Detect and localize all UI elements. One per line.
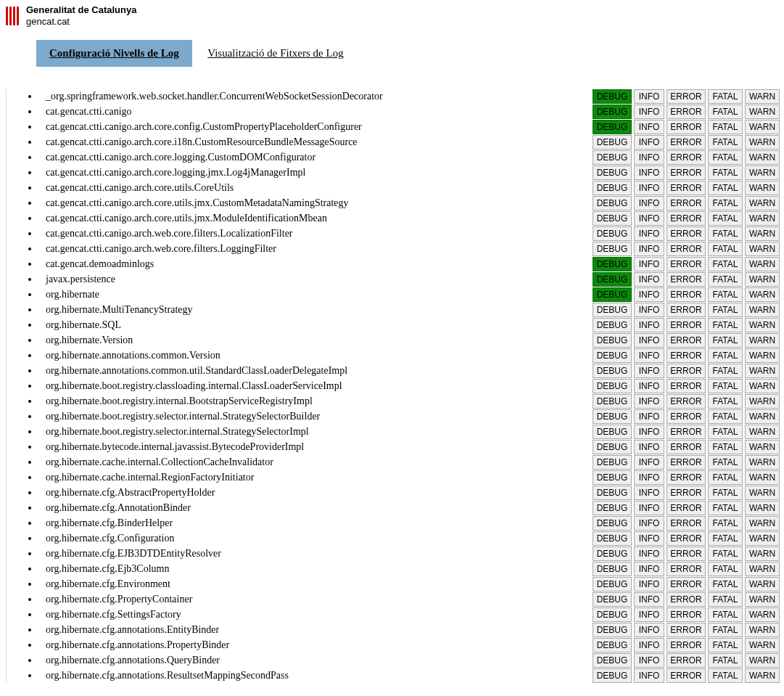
level-button-info[interactable]: INFO [634, 470, 664, 485]
level-button-info[interactable]: INFO [634, 272, 664, 287]
level-button-warn[interactable]: WARN [745, 546, 780, 561]
level-button-error[interactable]: ERROR [667, 516, 706, 531]
level-button-error[interactable]: ERROR [667, 211, 706, 226]
level-button-fatal[interactable]: FATAL [708, 562, 743, 576]
level-button-fatal[interactable]: FATAL [708, 531, 743, 546]
level-button-debug[interactable]: DEBUG [593, 150, 632, 165]
level-button-error[interactable]: ERROR [667, 607, 706, 622]
level-button-fatal[interactable]: FATAL [708, 272, 743, 287]
level-button-error[interactable]: ERROR [667, 135, 706, 150]
level-button-debug[interactable]: DEBUG [593, 379, 632, 393]
level-button-fatal[interactable]: FATAL [708, 196, 743, 210]
level-button-warn[interactable]: WARN [745, 333, 780, 348]
level-button-info[interactable]: INFO [634, 287, 664, 302]
level-button-error[interactable]: ERROR [667, 303, 706, 317]
level-button-fatal[interactable]: FATAL [708, 303, 743, 317]
level-button-info[interactable]: INFO [634, 181, 664, 195]
level-button-error[interactable]: ERROR [667, 120, 706, 134]
level-button-info[interactable]: INFO [634, 425, 664, 439]
level-button-debug[interactable]: DEBUG [593, 425, 632, 439]
level-button-error[interactable]: ERROR [667, 272, 706, 287]
level-button-warn[interactable]: WARN [745, 120, 780, 134]
level-button-error[interactable]: ERROR [667, 455, 706, 470]
level-button-error[interactable]: ERROR [667, 486, 706, 500]
level-button-fatal[interactable]: FATAL [708, 135, 743, 150]
level-button-debug[interactable]: DEBUG [593, 546, 632, 561]
level-button-warn[interactable]: WARN [745, 135, 780, 150]
level-button-error[interactable]: ERROR [667, 546, 706, 561]
level-button-error[interactable]: ERROR [667, 226, 706, 241]
level-button-error[interactable]: ERROR [667, 318, 706, 332]
level-button-warn[interactable]: WARN [745, 379, 780, 393]
level-button-debug[interactable]: DEBUG [593, 196, 632, 210]
level-button-debug[interactable]: DEBUG [593, 638, 632, 652]
level-button-debug[interactable]: DEBUG [593, 486, 632, 500]
level-button-warn[interactable]: WARN [745, 577, 780, 591]
level-button-info[interactable]: INFO [634, 135, 664, 150]
level-button-warn[interactable]: WARN [745, 196, 780, 210]
level-button-debug[interactable]: DEBUG [593, 394, 632, 409]
level-button-warn[interactable]: WARN [745, 607, 780, 622]
level-button-warn[interactable]: WARN [745, 501, 780, 515]
level-button-warn[interactable]: WARN [745, 562, 780, 576]
level-button-info[interactable]: INFO [634, 379, 664, 393]
level-button-fatal[interactable]: FATAL [708, 409, 743, 424]
level-button-error[interactable]: ERROR [667, 242, 706, 256]
level-button-info[interactable]: INFO [634, 89, 664, 104]
level-button-debug[interactable]: DEBUG [593, 455, 632, 470]
level-button-debug[interactable]: DEBUG [593, 409, 632, 424]
level-button-error[interactable]: ERROR [667, 165, 706, 180]
level-button-warn[interactable]: WARN [745, 303, 780, 317]
level-button-debug[interactable]: DEBUG [593, 592, 632, 607]
level-button-info[interactable]: INFO [634, 562, 664, 576]
level-button-fatal[interactable]: FATAL [708, 226, 743, 241]
level-button-info[interactable]: INFO [634, 318, 664, 332]
level-button-info[interactable]: INFO [634, 226, 664, 241]
level-button-warn[interactable]: WARN [745, 668, 780, 683]
level-button-info[interactable]: INFO [634, 638, 664, 652]
level-button-debug[interactable]: DEBUG [593, 226, 632, 241]
level-button-error[interactable]: ERROR [667, 394, 706, 409]
level-button-error[interactable]: ERROR [667, 623, 706, 637]
level-button-debug[interactable]: DEBUG [593, 181, 632, 195]
level-button-info[interactable]: INFO [634, 105, 664, 119]
level-button-error[interactable]: ERROR [667, 592, 706, 607]
level-button-info[interactable]: INFO [634, 165, 664, 180]
level-button-fatal[interactable]: FATAL [708, 89, 743, 104]
level-button-info[interactable]: INFO [634, 546, 664, 561]
level-button-debug[interactable]: DEBUG [593, 516, 632, 531]
level-button-debug[interactable]: DEBUG [593, 562, 632, 576]
level-button-debug[interactable]: DEBUG [593, 135, 632, 150]
level-button-fatal[interactable]: FATAL [708, 546, 743, 561]
level-button-debug[interactable]: DEBUG [593, 577, 632, 591]
level-button-fatal[interactable]: FATAL [708, 501, 743, 515]
level-button-fatal[interactable]: FATAL [708, 105, 743, 119]
level-button-warn[interactable]: WARN [745, 150, 780, 165]
level-button-info[interactable]: INFO [634, 348, 664, 363]
level-button-fatal[interactable]: FATAL [708, 120, 743, 134]
level-button-fatal[interactable]: FATAL [708, 623, 743, 637]
level-button-info[interactable]: INFO [634, 150, 664, 165]
level-button-warn[interactable]: WARN [745, 409, 780, 424]
level-button-debug[interactable]: DEBUG [593, 501, 632, 515]
level-button-warn[interactable]: WARN [745, 623, 780, 637]
level-button-warn[interactable]: WARN [745, 242, 780, 256]
level-button-debug[interactable]: DEBUG [593, 333, 632, 348]
level-button-fatal[interactable]: FATAL [708, 333, 743, 348]
level-button-warn[interactable]: WARN [745, 105, 780, 119]
level-button-info[interactable]: INFO [634, 501, 664, 515]
level-button-warn[interactable]: WARN [745, 486, 780, 500]
level-button-info[interactable]: INFO [634, 653, 664, 668]
level-button-error[interactable]: ERROR [667, 577, 706, 591]
level-button-info[interactable]: INFO [634, 577, 664, 591]
level-button-info[interactable]: INFO [634, 242, 664, 256]
level-button-error[interactable]: ERROR [667, 638, 706, 652]
level-button-info[interactable]: INFO [634, 120, 664, 134]
level-button-warn[interactable]: WARN [745, 394, 780, 409]
level-button-warn[interactable]: WARN [745, 287, 780, 302]
level-button-warn[interactable]: WARN [745, 165, 780, 180]
level-button-error[interactable]: ERROR [667, 562, 706, 576]
level-button-fatal[interactable]: FATAL [708, 592, 743, 607]
level-button-error[interactable]: ERROR [667, 470, 706, 485]
level-button-debug[interactable]: DEBUG [593, 607, 632, 622]
